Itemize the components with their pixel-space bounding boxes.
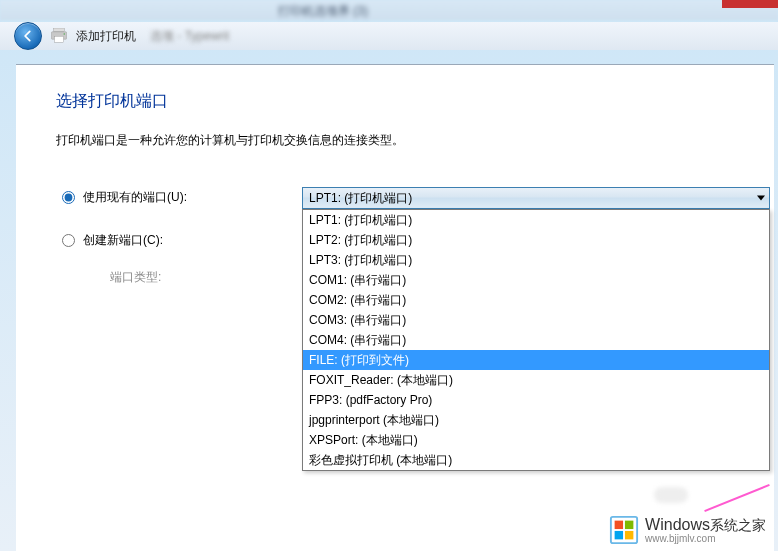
port-dropdown-list: LPT1: (打印机端口) LPT2: (打印机端口) LPT3: (打印机端口… — [302, 209, 770, 471]
radio-create-new[interactable] — [62, 234, 75, 247]
address-bar-text-blur: 打印机选项界 (3) — [278, 3, 368, 20]
dropdown-item[interactable]: LPT1: (打印机端口) — [303, 210, 769, 230]
printer-icon — [50, 28, 68, 44]
dropdown-item[interactable]: COM1: (串行端口) — [303, 270, 769, 290]
windows-logo-icon — [609, 515, 639, 545]
dropdown-item[interactable]: jpgprinterport (本地端口) — [303, 410, 769, 430]
svg-rect-5 — [615, 521, 623, 529]
dropdown-item[interactable]: LPT3: (打印机端口) — [303, 250, 769, 270]
dropdown-item[interactable]: XPSPort: (本地端口) — [303, 430, 769, 450]
wizard-title: 添加打印机 — [76, 28, 136, 45]
label-create-new: 创建新端口(C): — [83, 232, 297, 249]
close-button-fragment — [722, 0, 778, 8]
label-port-type: 端口类型: — [110, 269, 161, 286]
title-blur-suffix: 选项 - Typewrit — [150, 28, 229, 45]
label-use-existing: 使用现有的端口(U): — [83, 189, 297, 206]
chevron-down-icon — [757, 196, 765, 201]
title-bar: 添加打印机 选项 - Typewrit — [0, 22, 778, 50]
radio-use-existing[interactable] — [62, 191, 75, 204]
dropdown-item[interactable]: FPP3: (pdfFactory Pro) — [303, 390, 769, 410]
dropdown-item[interactable]: COM3: (串行端口) — [303, 310, 769, 330]
dropdown-item[interactable]: COM2: (串行端口) — [303, 290, 769, 310]
dropdown-item[interactable]: 彩色虚拟打印机 (本地端口) — [303, 450, 769, 470]
svg-rect-2 — [55, 36, 64, 42]
address-bar-blur: 打印机选项界 (3) — [0, 0, 778, 20]
svg-rect-8 — [625, 531, 633, 539]
wizard-page: 选择打印机端口 打印机端口是一种允许您的计算机与打印机交换信息的连接类型。 使用… — [16, 64, 774, 551]
port-combobox[interactable]: LPT1: (打印机端口) — [302, 187, 770, 209]
svg-rect-6 — [625, 521, 633, 529]
page-description: 打印机端口是一种允许您的计算机与打印机交换信息的连接类型。 — [56, 132, 734, 149]
dropdown-item[interactable]: LPT2: (打印机端口) — [303, 230, 769, 250]
watermark-text-block: Windows系统之家 www.bjjmlv.com — [645, 516, 766, 544]
combobox-selected-value: LPT1: (打印机端口) — [309, 190, 412, 207]
watermark: Windows系统之家 www.bjjmlv.com — [609, 515, 766, 545]
svg-point-3 — [64, 33, 66, 35]
svg-rect-7 — [615, 531, 623, 539]
dropdown-item-selected[interactable]: FILE: (打印到文件) — [303, 350, 769, 370]
back-arrow-icon — [21, 29, 35, 43]
dropdown-item[interactable]: COM4: (串行端口) — [303, 330, 769, 350]
page-heading: 选择打印机端口 — [56, 91, 734, 112]
back-button[interactable] — [14, 22, 42, 50]
dropdown-item[interactable]: FOXIT_Reader: (本地端口) — [303, 370, 769, 390]
smudge-decoration — [654, 487, 688, 503]
svg-rect-0 — [54, 28, 65, 32]
